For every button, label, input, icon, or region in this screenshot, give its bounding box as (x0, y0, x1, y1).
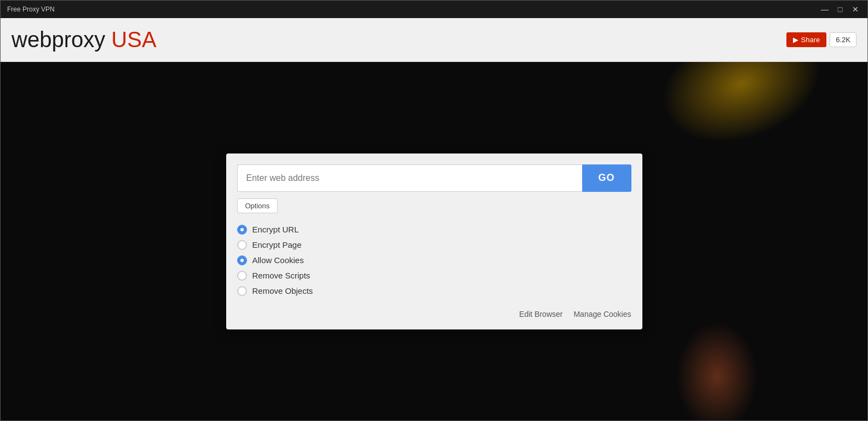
options-toggle-button[interactable]: Options (237, 198, 278, 213)
option-row-encrypt-url[interactable]: Encrypt URL (237, 222, 631, 237)
address-row: GO (237, 164, 631, 192)
close-button[interactable]: ✕ (850, 4, 861, 15)
option-label-remove-scripts: Remove Scripts (252, 271, 311, 280)
options-section: Encrypt URL Encrypt Page Allow Cookies R… (237, 222, 631, 299)
option-label-allow-cookies: Allow Cookies (252, 255, 304, 265)
window-title: Free Proxy VPN (7, 5, 55, 13)
option-row-remove-scripts[interactable]: Remove Scripts (237, 268, 631, 283)
share-count: 6.2K (830, 32, 856, 47)
option-label-remove-objects: Remove Objects (252, 286, 313, 295)
bg-decoration-2 (676, 322, 758, 420)
manage-cookies-link[interactable]: Manage Cookies (573, 310, 631, 318)
option-label-encrypt-page: Encrypt Page (252, 240, 302, 249)
option-radio-remove-objects[interactable] (237, 286, 247, 296)
edit-browser-link[interactable]: Edit Browser (519, 310, 562, 318)
option-radio-encrypt-url[interactable] (237, 225, 247, 235)
option-row-remove-objects[interactable]: Remove Objects (237, 283, 631, 299)
option-row-encrypt-page[interactable]: Encrypt Page (237, 237, 631, 253)
app-window: Free Proxy VPN — □ ✕ webproxy USA ▶ Shar… (0, 0, 868, 421)
option-radio-remove-scripts[interactable] (237, 271, 247, 281)
main-content: GO Options Encrypt URL Encrypt Page (1, 62, 867, 420)
share-icon: ▶ (793, 36, 798, 44)
app-logo: webproxy USA (12, 27, 157, 52)
window-controls: — □ ✕ (819, 4, 861, 15)
share-button[interactable]: ▶ Share (786, 32, 827, 47)
app-title-accent: USA (111, 27, 156, 52)
go-button[interactable]: GO (582, 164, 631, 192)
proxy-card: GO Options Encrypt URL Encrypt Page (226, 153, 642, 329)
header-bar: webproxy USA ▶ Share 6.2K (1, 18, 867, 62)
address-input[interactable] (237, 164, 582, 192)
share-button-label: Share (801, 36, 820, 44)
option-row-allow-cookies[interactable]: Allow Cookies (237, 253, 631, 268)
title-bar: Free Proxy VPN — □ ✕ (1, 1, 867, 18)
option-radio-allow-cookies[interactable] (237, 255, 247, 265)
option-label-encrypt-url: Encrypt URL (252, 225, 299, 234)
minimize-button[interactable]: — (819, 4, 830, 15)
share-area: ▶ Share 6.2K (786, 32, 856, 47)
app-title-prefix: webproxy (12, 27, 105, 52)
option-radio-encrypt-page[interactable] (237, 240, 247, 250)
maximize-button[interactable]: □ (835, 4, 846, 15)
card-footer: Edit Browser Manage Cookies (237, 308, 631, 318)
bg-decoration-1 (646, 62, 837, 163)
